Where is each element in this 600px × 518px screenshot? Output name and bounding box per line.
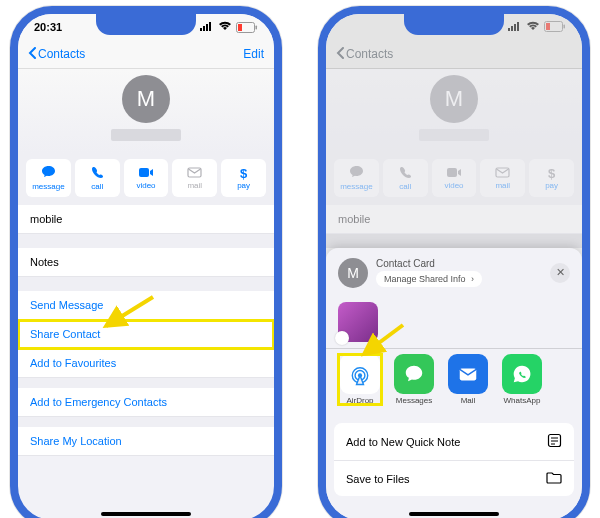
mail-action: mail xyxy=(480,159,525,197)
video-action[interactable]: video xyxy=(124,159,169,197)
svg-rect-14 xyxy=(546,23,550,30)
message-icon xyxy=(41,165,56,181)
close-icon: ✕ xyxy=(556,266,565,279)
back-label: Contacts xyxy=(346,47,393,61)
mobile-cell: mobile xyxy=(326,205,582,234)
wifi-icon xyxy=(526,21,540,33)
nav-bar: Contacts xyxy=(326,40,582,69)
battery-icon xyxy=(236,22,258,33)
mail-app[interactable]: Mail xyxy=(446,354,490,405)
battery-icon xyxy=(544,21,566,34)
mail-icon xyxy=(495,167,510,180)
avatar: M xyxy=(430,75,478,123)
video-icon xyxy=(446,167,462,180)
nav-bar: Contacts Edit xyxy=(18,40,274,69)
mail-app-icon xyxy=(448,354,488,394)
manage-shared-info-chip[interactable]: Manage Shared Info › xyxy=(376,271,482,287)
save-files-row[interactable]: Save to Files xyxy=(334,461,574,496)
pay-action[interactable]: $pay xyxy=(221,159,266,197)
svg-rect-1 xyxy=(203,26,205,31)
status-time xyxy=(342,21,345,33)
svg-rect-11 xyxy=(514,24,516,31)
chevron-right-icon: › xyxy=(471,274,474,284)
svg-rect-2 xyxy=(206,24,208,31)
notes-cell[interactable]: Notes xyxy=(18,248,274,277)
action-row: message call video mail $pay xyxy=(326,153,582,205)
chevron-left-icon xyxy=(28,47,36,62)
signal-icon xyxy=(508,21,522,33)
back-label: Contacts xyxy=(38,47,85,61)
message-action[interactable]: message xyxy=(26,159,71,197)
mail-action: mail xyxy=(172,159,217,197)
signal-icon xyxy=(200,21,214,33)
add-favourites-row[interactable]: Add to Favourites xyxy=(18,349,274,378)
whatsapp-app[interactable]: WhatsApp xyxy=(500,354,544,405)
whatsapp-label: WhatsApp xyxy=(504,396,541,405)
contact-header: M xyxy=(326,69,582,153)
airdrop-app[interactable]: AirDrop xyxy=(338,354,382,405)
svg-rect-5 xyxy=(238,24,242,31)
share-contact-row[interactable]: Share Contact xyxy=(18,320,274,349)
whatsapp-icon xyxy=(502,354,542,394)
mobile-cell[interactable]: mobile xyxy=(18,205,274,234)
messages-label: Messages xyxy=(396,396,432,405)
call-action[interactable]: call xyxy=(75,159,120,197)
svg-rect-15 xyxy=(564,24,566,28)
home-indicator[interactable] xyxy=(101,512,191,516)
edit-button[interactable]: Edit xyxy=(243,47,264,61)
close-button[interactable]: ✕ xyxy=(550,263,570,283)
contact-header: M xyxy=(18,69,274,153)
dollar-icon: $ xyxy=(548,167,555,180)
message-action: message xyxy=(334,159,379,197)
folder-icon xyxy=(546,471,562,486)
airdrop-people-row xyxy=(334,296,574,348)
messages-app[interactable]: Messages xyxy=(392,354,436,405)
status-time: 20:31 xyxy=(34,21,62,33)
messages-icon xyxy=(394,354,434,394)
contact-name-redacted xyxy=(111,129,181,141)
airdrop-label: AirDrop xyxy=(346,396,373,405)
edit-button xyxy=(569,47,572,61)
phone-icon xyxy=(91,166,104,181)
quick-note-icon xyxy=(547,433,562,450)
svg-rect-3 xyxy=(209,22,211,31)
back-button[interactable]: Contacts xyxy=(28,47,85,62)
quick-note-row[interactable]: Add to New Quick Note xyxy=(334,423,574,461)
share-location-row[interactable]: Share My Location xyxy=(18,427,274,456)
share-sheet: M Contact Card Manage Shared Info › ✕ xyxy=(326,248,582,519)
svg-rect-0 xyxy=(200,28,202,31)
avatar[interactable]: M xyxy=(122,75,170,123)
mail-label: Mail xyxy=(461,396,476,405)
add-emergency-row[interactable]: Add to Emergency Contacts xyxy=(18,388,274,417)
mail-icon xyxy=(187,167,202,180)
svg-rect-16 xyxy=(447,168,457,177)
chevron-left-icon xyxy=(336,47,344,62)
airdrop-contact-thumb[interactable] xyxy=(338,302,378,342)
wifi-icon xyxy=(218,21,232,33)
home-indicator[interactable] xyxy=(409,512,499,516)
send-message-row[interactable]: Send Message xyxy=(18,291,274,320)
sheet-title: Contact Card xyxy=(376,258,542,269)
notch xyxy=(96,13,196,35)
svg-rect-6 xyxy=(256,25,258,29)
dollar-icon: $ xyxy=(240,167,247,180)
svg-rect-7 xyxy=(139,168,149,177)
airdrop-icon xyxy=(340,354,380,394)
svg-rect-10 xyxy=(511,26,513,31)
share-apps-row: AirDrop Messages Mail WhatsApp xyxy=(334,348,574,415)
contact-name-redacted xyxy=(419,129,489,141)
sheet-avatar: M xyxy=(338,258,368,288)
svg-rect-9 xyxy=(508,28,510,31)
video-icon xyxy=(138,167,154,180)
notch xyxy=(404,13,504,35)
back-button: Contacts xyxy=(336,47,393,62)
action-row: message call video mail $pay xyxy=(18,153,274,205)
call-action: call xyxy=(383,159,428,197)
svg-rect-12 xyxy=(517,22,519,31)
video-action: video xyxy=(432,159,477,197)
pay-action: $pay xyxy=(529,159,574,197)
phone-icon xyxy=(399,166,412,181)
message-icon xyxy=(349,165,364,181)
